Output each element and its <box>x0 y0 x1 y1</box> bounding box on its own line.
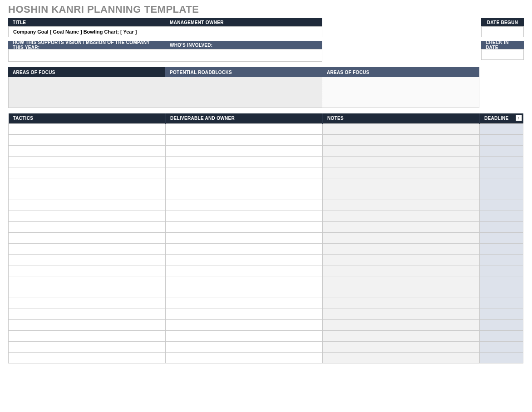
cell-areas-of-focus-2[interactable] <box>322 77 479 108</box>
cell-potential-roadblocks[interactable] <box>165 77 322 108</box>
cell-deliverable[interactable] <box>166 254 323 265</box>
cell-tactics[interactable] <box>9 167 166 178</box>
cell-tactics[interactable] <box>9 341 166 352</box>
cell-tactics[interactable] <box>9 123 166 134</box>
cell-deliverable[interactable] <box>166 243 323 254</box>
cell-notes[interactable] <box>323 221 480 232</box>
cell-deliverable[interactable] <box>166 167 323 178</box>
cell-tactics[interactable] <box>9 178 166 189</box>
cell-notes[interactable] <box>323 298 480 309</box>
cell-notes[interactable] <box>323 123 480 134</box>
cell-notes[interactable] <box>323 156 480 167</box>
cell-deliverable[interactable] <box>166 276 323 287</box>
cell-deadline[interactable] <box>480 309 523 319</box>
cell-tactics[interactable] <box>9 254 166 265</box>
cell-notes[interactable] <box>323 341 480 352</box>
cell-deliverable[interactable] <box>166 309 323 319</box>
cell-areas-of-focus-1[interactable] <box>8 77 165 108</box>
cell-deadline[interactable] <box>480 123 523 134</box>
cell-deadline[interactable] <box>480 276 523 287</box>
cell-deadline[interactable] <box>480 232 523 243</box>
cell-deadline[interactable] <box>480 145 523 156</box>
cell-deliverable[interactable] <box>166 123 323 134</box>
cell-deliverable[interactable] <box>166 341 323 352</box>
header-deadline[interactable]: DEADLINE ↕ <box>480 113 523 123</box>
cell-notes[interactable] <box>323 254 480 265</box>
cell-tactics[interactable] <box>9 298 166 309</box>
cell-notes[interactable] <box>323 352 480 363</box>
cell-deliverable[interactable] <box>166 232 323 243</box>
cell-notes[interactable] <box>323 276 480 287</box>
cell-supports-vision-value[interactable] <box>8 49 165 62</box>
cell-deadline[interactable] <box>480 341 523 352</box>
cell-tactics[interactable] <box>9 276 166 287</box>
cell-tactics[interactable] <box>9 211 166 221</box>
cell-notes[interactable] <box>323 189 480 200</box>
cell-notes[interactable] <box>323 330 480 341</box>
sort-icon[interactable]: ↕ <box>516 115 522 121</box>
cell-deadline[interactable] <box>480 211 523 221</box>
cell-notes[interactable] <box>323 200 480 211</box>
cell-deadline[interactable] <box>480 254 523 265</box>
cell-deadline[interactable] <box>480 287 523 298</box>
cell-notes[interactable] <box>323 309 480 319</box>
cell-title-value[interactable]: Company Goal [ Goal Name ] Bowling Chart… <box>8 26 165 37</box>
cell-tactics[interactable] <box>9 200 166 211</box>
cell-notes[interactable] <box>323 232 480 243</box>
cell-tactics[interactable] <box>9 156 166 167</box>
cell-deadline[interactable] <box>480 243 523 254</box>
cell-notes[interactable] <box>323 319 480 330</box>
cell-date-begun-value[interactable] <box>481 26 524 37</box>
cell-deadline[interactable] <box>480 330 523 341</box>
cell-tactics[interactable] <box>9 189 166 200</box>
cell-tactics[interactable] <box>9 330 166 341</box>
cell-deliverable[interactable] <box>166 145 323 156</box>
cell-notes[interactable] <box>323 211 480 221</box>
cell-deliverable[interactable] <box>166 221 323 232</box>
cell-deadline[interactable] <box>480 134 523 145</box>
cell-deliverable[interactable] <box>166 265 323 276</box>
table-row <box>9 330 523 341</box>
cell-tactics[interactable] <box>9 287 166 298</box>
cell-notes[interactable] <box>323 287 480 298</box>
cell-deliverable[interactable] <box>166 189 323 200</box>
cell-whos-involved-value[interactable] <box>165 49 322 62</box>
cell-tactics[interactable] <box>9 309 166 319</box>
cell-check-in-date-value[interactable] <box>481 49 524 60</box>
cell-management-owner-value[interactable] <box>165 26 322 37</box>
cell-deliverable[interactable] <box>166 298 323 309</box>
cell-notes[interactable] <box>323 243 480 254</box>
cell-deliverable[interactable] <box>166 330 323 341</box>
cell-deliverable[interactable] <box>166 156 323 167</box>
cell-deliverable[interactable] <box>166 134 323 145</box>
cell-notes[interactable] <box>323 178 480 189</box>
cell-deliverable[interactable] <box>166 200 323 211</box>
cell-notes[interactable] <box>323 167 480 178</box>
cell-deadline[interactable] <box>480 200 523 211</box>
cell-deadline[interactable] <box>480 319 523 330</box>
cell-deadline[interactable] <box>480 265 523 276</box>
cell-deadline[interactable] <box>480 298 523 309</box>
cell-tactics[interactable] <box>9 265 166 276</box>
cell-deliverable[interactable] <box>166 211 323 221</box>
cell-deliverable[interactable] <box>166 178 323 189</box>
cell-deliverable[interactable] <box>166 287 323 298</box>
cell-deadline[interactable] <box>480 156 523 167</box>
cell-notes[interactable] <box>323 145 480 156</box>
cell-deliverable[interactable] <box>166 319 323 330</box>
cell-deadline[interactable] <box>480 167 523 178</box>
cell-tactics[interactable] <box>9 145 166 156</box>
cell-deadline[interactable] <box>480 352 523 363</box>
cell-tactics[interactable] <box>9 243 166 254</box>
cell-tactics[interactable] <box>9 221 166 232</box>
cell-tactics[interactable] <box>9 319 166 330</box>
cell-tactics[interactable] <box>9 134 166 145</box>
cell-deliverable[interactable] <box>166 352 323 363</box>
cell-tactics[interactable] <box>9 352 166 363</box>
cell-notes[interactable] <box>323 134 480 145</box>
cell-notes[interactable] <box>323 265 480 276</box>
cell-deadline[interactable] <box>480 189 523 200</box>
cell-tactics[interactable] <box>9 232 166 243</box>
cell-deadline[interactable] <box>480 178 523 189</box>
cell-deadline[interactable] <box>480 221 523 232</box>
